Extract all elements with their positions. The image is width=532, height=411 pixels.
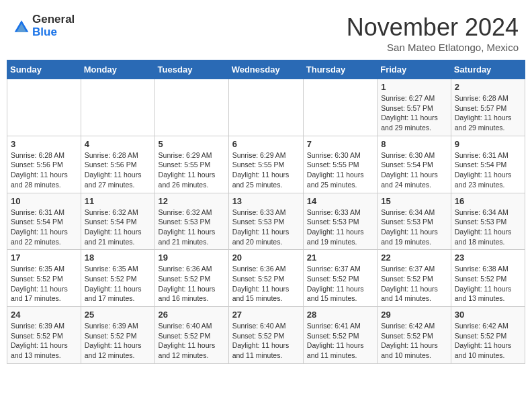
logo-general: General (32, 13, 75, 26)
day-info: Sunrise: 6:33 AM Sunset: 5:53 PM Dayligh… (232, 208, 300, 247)
day-number: 16 (455, 196, 521, 206)
logo-icon (13, 18, 30, 34)
day-info: Sunrise: 6:39 AM Sunset: 5:52 PM Dayligh… (11, 321, 77, 361)
day-info: Sunrise: 6:38 AM Sunset: 5:52 PM Dayligh… (455, 264, 521, 304)
calendar: SundayMondayTuesdayWednesdayThursdayFrid… (7, 60, 525, 364)
day-header-monday: Monday (81, 60, 154, 79)
day-info: Sunrise: 6:29 AM Sunset: 5:55 PM Dayligh… (232, 150, 300, 190)
calendar-cell: 5Sunrise: 6:29 AM Sunset: 5:55 PM Daylig… (154, 136, 228, 193)
day-header-sunday: Sunday (7, 60, 81, 79)
week-row: 3Sunrise: 6:28 AM Sunset: 5:56 PM Daylig… (7, 136, 525, 193)
day-info: Sunrise: 6:32 AM Sunset: 5:53 PM Dayligh… (159, 208, 225, 247)
day-header-thursday: Thursday (303, 60, 377, 79)
day-number: 21 (307, 253, 373, 263)
calendar-cell: 11Sunrise: 6:32 AM Sunset: 5:54 PM Dayli… (81, 193, 154, 250)
calendar-cell: 26Sunrise: 6:40 AM Sunset: 5:52 PM Dayli… (154, 307, 228, 364)
calendar-cell: 27Sunrise: 6:40 AM Sunset: 5:52 PM Dayli… (228, 307, 303, 364)
day-info: Sunrise: 6:28 AM Sunset: 5:57 PM Dayligh… (455, 93, 521, 133)
calendar-cell (303, 79, 377, 136)
calendar-cell: 13Sunrise: 6:33 AM Sunset: 5:53 PM Dayli… (228, 193, 303, 250)
day-number: 13 (232, 196, 300, 206)
calendar-cell (228, 79, 303, 136)
calendar-cell: 16Sunrise: 6:34 AM Sunset: 5:53 PM Dayli… (451, 193, 525, 250)
day-number: 27 (232, 310, 300, 320)
day-number: 11 (85, 196, 151, 206)
title-block: November 2024 San Mateo Etlatongo, Mexic… (347, 13, 519, 53)
day-number: 22 (381, 253, 447, 263)
day-info: Sunrise: 6:29 AM Sunset: 5:55 PM Dayligh… (159, 150, 225, 190)
day-info: Sunrise: 6:28 AM Sunset: 5:56 PM Dayligh… (11, 150, 77, 190)
day-number: 15 (381, 196, 447, 206)
day-headers-row: SundayMondayTuesdayWednesdayThursdayFrid… (7, 60, 525, 79)
calendar-cell: 6Sunrise: 6:29 AM Sunset: 5:55 PM Daylig… (228, 136, 303, 193)
day-header-tuesday: Tuesday (154, 60, 228, 79)
calendar-cell: 23Sunrise: 6:38 AM Sunset: 5:52 PM Dayli… (451, 250, 525, 307)
day-number: 29 (381, 310, 447, 320)
day-info: Sunrise: 6:40 AM Sunset: 5:52 PM Dayligh… (159, 321, 225, 361)
calendar-header: SundayMondayTuesdayWednesdayThursdayFrid… (7, 60, 525, 79)
calendar-cell: 2Sunrise: 6:28 AM Sunset: 5:57 PM Daylig… (451, 79, 525, 136)
day-number: 8 (381, 139, 447, 149)
calendar-cell (154, 79, 228, 136)
day-info: Sunrise: 6:42 AM Sunset: 5:52 PM Dayligh… (455, 321, 521, 361)
logo-blue: Blue (32, 26, 75, 39)
calendar-cell: 14Sunrise: 6:33 AM Sunset: 5:53 PM Dayli… (303, 193, 377, 250)
day-number: 26 (159, 310, 225, 320)
day-info: Sunrise: 6:33 AM Sunset: 5:53 PM Dayligh… (307, 208, 373, 247)
day-number: 30 (455, 310, 521, 320)
day-info: Sunrise: 6:28 AM Sunset: 5:56 PM Dayligh… (85, 150, 151, 190)
day-info: Sunrise: 6:30 AM Sunset: 5:55 PM Dayligh… (307, 150, 373, 190)
week-row: 10Sunrise: 6:31 AM Sunset: 5:54 PM Dayli… (7, 193, 525, 250)
day-info: Sunrise: 6:34 AM Sunset: 5:53 PM Dayligh… (381, 208, 447, 247)
day-info: Sunrise: 6:36 AM Sunset: 5:52 PM Dayligh… (232, 264, 300, 304)
day-info: Sunrise: 6:30 AM Sunset: 5:54 PM Dayligh… (381, 150, 447, 190)
calendar-cell: 25Sunrise: 6:39 AM Sunset: 5:52 PM Dayli… (81, 307, 154, 364)
month-title: November 2024 (347, 13, 519, 42)
week-row: 17Sunrise: 6:35 AM Sunset: 5:52 PM Dayli… (7, 250, 525, 307)
calendar-cell: 9Sunrise: 6:31 AM Sunset: 5:54 PM Daylig… (451, 136, 525, 193)
week-row: 24Sunrise: 6:39 AM Sunset: 5:52 PM Dayli… (7, 307, 525, 364)
calendar-cell: 1Sunrise: 6:27 AM Sunset: 5:57 PM Daylig… (378, 79, 451, 136)
day-number: 2 (455, 82, 521, 92)
calendar-cell: 20Sunrise: 6:36 AM Sunset: 5:52 PM Dayli… (228, 250, 303, 307)
day-header-friday: Friday (378, 60, 451, 79)
day-number: 28 (307, 310, 373, 320)
day-info: Sunrise: 6:31 AM Sunset: 5:54 PM Dayligh… (455, 150, 521, 190)
calendar-cell: 3Sunrise: 6:28 AM Sunset: 5:56 PM Daylig… (7, 136, 81, 193)
day-info: Sunrise: 6:32 AM Sunset: 5:54 PM Dayligh… (85, 208, 151, 247)
day-info: Sunrise: 6:27 AM Sunset: 5:57 PM Dayligh… (381, 93, 447, 133)
day-info: Sunrise: 6:35 AM Sunset: 5:52 PM Dayligh… (11, 264, 77, 304)
day-number: 23 (455, 253, 521, 263)
day-number: 24 (11, 310, 77, 320)
calendar-cell (81, 79, 154, 136)
calendar-cell: 4Sunrise: 6:28 AM Sunset: 5:56 PM Daylig… (81, 136, 154, 193)
day-number: 17 (11, 253, 77, 263)
day-number: 9 (455, 139, 521, 149)
day-number: 14 (307, 196, 373, 206)
day-number: 4 (85, 139, 151, 149)
calendar-cell: 12Sunrise: 6:32 AM Sunset: 5:53 PM Dayli… (154, 193, 228, 250)
calendar-cell: 22Sunrise: 6:37 AM Sunset: 5:52 PM Dayli… (378, 250, 451, 307)
day-number: 12 (159, 196, 225, 206)
day-number: 20 (232, 253, 300, 263)
day-number: 19 (159, 253, 225, 263)
day-number: 1 (381, 82, 447, 92)
day-info: Sunrise: 6:31 AM Sunset: 5:54 PM Dayligh… (11, 208, 77, 247)
day-info: Sunrise: 6:37 AM Sunset: 5:52 PM Dayligh… (307, 264, 373, 304)
calendar-cell: 7Sunrise: 6:30 AM Sunset: 5:55 PM Daylig… (303, 136, 377, 193)
day-number: 10 (11, 196, 77, 206)
day-number: 6 (232, 139, 300, 149)
page-header: General Blue November 2024 San Mateo Etl… (7, 7, 525, 56)
day-info: Sunrise: 6:37 AM Sunset: 5:52 PM Dayligh… (381, 264, 447, 304)
day-number: 25 (85, 310, 151, 320)
day-number: 3 (11, 139, 77, 149)
calendar-cell: 17Sunrise: 6:35 AM Sunset: 5:52 PM Dayli… (7, 250, 81, 307)
day-header-wednesday: Wednesday (228, 60, 303, 79)
calendar-cell: 18Sunrise: 6:35 AM Sunset: 5:52 PM Dayli… (81, 250, 154, 307)
location: San Mateo Etlatongo, Mexico (347, 42, 519, 53)
calendar-cell: 30Sunrise: 6:42 AM Sunset: 5:52 PM Dayli… (451, 307, 525, 364)
calendar-body: 1Sunrise: 6:27 AM Sunset: 5:57 PM Daylig… (7, 79, 525, 364)
calendar-cell: 19Sunrise: 6:36 AM Sunset: 5:52 PM Dayli… (154, 250, 228, 307)
day-info: Sunrise: 6:36 AM Sunset: 5:52 PM Dayligh… (159, 264, 225, 304)
logo: General Blue (13, 13, 75, 38)
